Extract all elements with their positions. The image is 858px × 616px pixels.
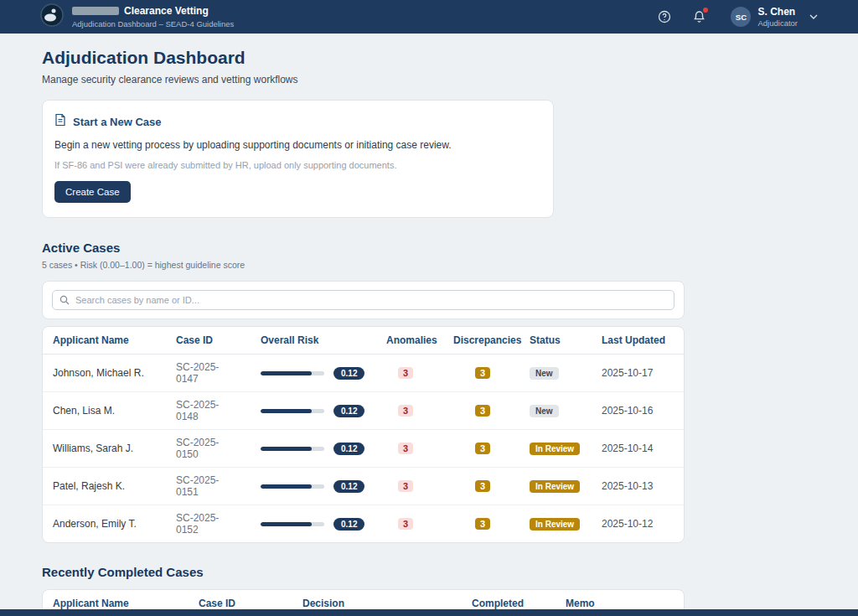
case-id: SC-2025-0147: [166, 355, 251, 392]
table-row[interactable]: Patel, Rajesh K. SC-2025-0151 0.12 3 3 I…: [43, 468, 684, 505]
user-role: Adjudicator: [757, 18, 798, 28]
search-icon: [59, 295, 70, 305]
header-brand: Clearance Vetting Adjudication Dashboard…: [40, 3, 234, 30]
brand-text: Clearance Vetting Adjudication Dashboard…: [72, 5, 234, 28]
column-header-anomalies: Anomalies: [376, 327, 443, 355]
app-header: Clearance Vetting Adjudication Dashboard…: [0, 0, 858, 34]
new-case-description: Begin a new vetting process by uploading…: [54, 139, 541, 151]
active-cases-subtitle: 5 cases • Risk (0.00–1.00) = highest gui…: [42, 260, 816, 270]
risk-score-badge: 0.12: [333, 405, 364, 417]
help-icon[interactable]: [658, 10, 671, 23]
applicant-name: Anderson, Emily T.: [43, 505, 166, 543]
risk-bar: [261, 484, 324, 489]
table-row[interactable]: Johnson, Michael R. SC-2025-0147 0.12 3 …: [43, 355, 684, 392]
last-updated: 2025-10-16: [592, 392, 684, 430]
case-id: SC-2025-0148: [166, 392, 251, 430]
last-updated: 2025-10-13: [592, 468, 684, 505]
anomalies-badge: 3: [398, 367, 413, 379]
last-updated: 2025-10-17: [592, 355, 684, 392]
applicant-name: Johnson, Michael R.: [43, 355, 166, 392]
main-content: Adjudication Dashboard Manage security c…: [0, 34, 858, 616]
notifications-bell-icon[interactable]: [693, 10, 706, 23]
applicant-name: Williams, Sarah J.: [43, 430, 166, 468]
user-avatar[interactable]: SC: [731, 7, 751, 27]
discrepancies-badge: 3: [475, 480, 490, 492]
overall-risk-cell: 0.12: [251, 468, 376, 505]
new-case-title: Start a New Case: [73, 116, 162, 128]
completed-cases-title: Recently Completed Cases: [42, 565, 816, 579]
risk-score-badge: 0.12: [333, 518, 364, 531]
app-subtitle: Adjudication Dashboard – SEAD-4 Guidelin…: [72, 19, 234, 28]
table-header-row: Applicant Name Case ID Overall Risk Anom…: [43, 327, 684, 355]
risk-bar-fill: [261, 484, 312, 489]
notification-dot: [703, 8, 708, 13]
header-actions: SC S. Chen Adjudicator: [658, 6, 818, 28]
status-badge: In Review: [530, 480, 580, 493]
risk-bar-fill: [261, 409, 312, 413]
org-name-redacted: [72, 7, 119, 15]
anomalies-badge: 3: [398, 443, 413, 454]
search-input[interactable]: [52, 290, 675, 310]
column-header-applicant: Applicant Name: [43, 327, 166, 355]
case-id: SC-2025-0150: [166, 430, 251, 468]
applicant-name: Chen, Lisa M.: [43, 392, 166, 430]
case-id: SC-2025-0151: [166, 468, 251, 505]
column-header-case-id: Case ID: [166, 327, 251, 355]
case-id: SC-2025-0152: [166, 505, 251, 543]
risk-bar: [261, 371, 324, 375]
page-title: Adjudication Dashboard: [42, 48, 816, 68]
last-updated: 2025-10-12: [592, 505, 684, 543]
table-row[interactable]: Anderson, Emily T. SC-2025-0152 0.12 3 3…: [43, 505, 684, 543]
document-icon: [54, 113, 66, 130]
status-badge: New: [530, 367, 559, 380]
discrepancies-badge: 3: [475, 405, 490, 417]
search-card: [42, 281, 685, 319]
risk-score-badge: 0.12: [333, 367, 364, 380]
new-case-card: Start a New Case Begin a new vetting pro…: [42, 100, 554, 218]
overall-risk-cell: 0.12: [251, 430, 376, 468]
risk-score-badge: 0.12: [333, 480, 364, 493]
status-badge: In Review: [530, 518, 580, 531]
discrepancies-badge: 3: [475, 518, 490, 530]
create-case-button[interactable]: Create Case: [54, 181, 131, 203]
active-cases-table: Applicant Name Case ID Overall Risk Anom…: [42, 326, 685, 543]
applicant-name: Patel, Rajesh K.: [43, 468, 166, 505]
column-header-status: Status: [519, 327, 592, 355]
risk-score-badge: 0.12: [333, 443, 364, 455]
last-updated: 2025-10-14: [592, 430, 684, 468]
status-badge: New: [530, 405, 559, 417]
overall-risk-cell: 0.12: [251, 355, 376, 392]
risk-bar-fill: [261, 522, 312, 526]
page-subtitle: Manage security clearance reviews and ve…: [42, 74, 816, 85]
risk-bar: [261, 447, 324, 451]
column-header-last-updated: Last Updated: [592, 327, 684, 355]
anomalies-badge: 3: [398, 405, 413, 417]
user-meta: S. Chen Adjudicator: [757, 6, 798, 28]
discrepancies-badge: 3: [475, 367, 490, 379]
user-name: S. Chen: [757, 6, 798, 18]
new-case-note: If SF-86 and PSI were already submitted …: [54, 160, 541, 170]
anomalies-badge: 3: [398, 518, 413, 530]
app-footer: [0, 609, 858, 616]
anomalies-badge: 3: [398, 480, 413, 492]
overall-risk-cell: 0.12: [251, 505, 376, 543]
app-title: Clearance Vetting: [124, 5, 209, 17]
risk-bar-fill: [261, 447, 312, 451]
risk-bar: [261, 522, 324, 526]
org-seal-logo: [40, 3, 64, 30]
discrepancies-badge: 3: [475, 443, 490, 454]
status-badge: In Review: [530, 443, 580, 455]
column-header-discrepancies: Discrepancies: [443, 327, 519, 355]
overall-risk-cell: 0.12: [251, 392, 376, 430]
column-header-overall-risk: Overall Risk: [251, 327, 376, 355]
risk-bar-fill: [261, 371, 312, 375]
table-row[interactable]: Williams, Sarah J. SC-2025-0150 0.12 3 3…: [43, 430, 684, 468]
chevron-down-icon[interactable]: [809, 14, 818, 19]
active-cases-title: Active Cases: [42, 241, 816, 255]
table-row[interactable]: Chen, Lisa M. SC-2025-0148 0.12 3 3 New …: [43, 392, 684, 430]
risk-bar: [261, 409, 324, 413]
